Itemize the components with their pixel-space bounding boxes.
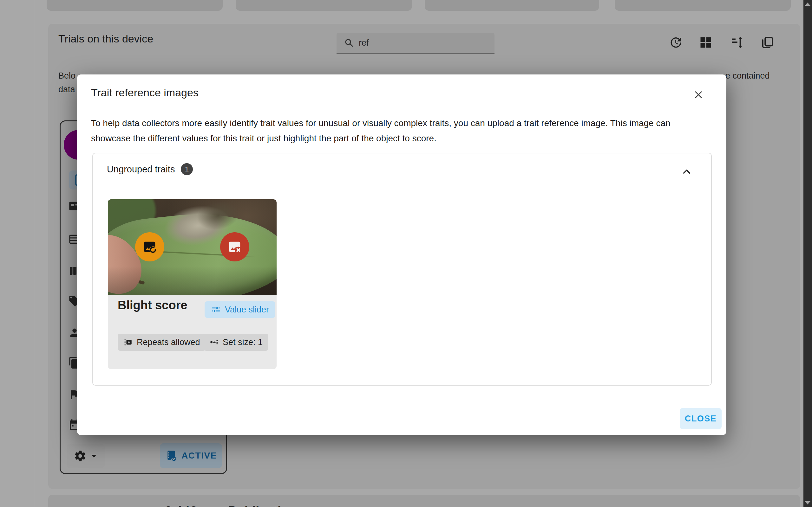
image-remove-icon [227,239,242,254]
value-slider-icon [211,304,221,315]
trait-reference-photo [108,199,276,295]
group-title: Ungrouped traits [107,164,175,175]
scroll-up-icon[interactable] [805,3,810,6]
scroll-down-icon[interactable] [805,501,810,504]
trait-card: Blight score Value slider Repeats allowe… [108,199,276,369]
close-icon[interactable] [691,87,706,102]
set-size-chip: Set size: 1 [204,334,268,351]
repeat-plus-icon [123,337,133,347]
repeats-allowed-chip: Repeats allowed [118,334,206,351]
trait-type-label: Value slider [225,305,269,315]
set-size-label: Set size: 1 [223,337,263,347]
image-refresh-icon [142,239,157,254]
trait-name: Blight score [118,298,188,312]
chevron-up-icon[interactable] [680,165,693,178]
replace-image-button[interactable] [135,232,164,262]
set-size-icon [209,337,219,347]
close-button[interactable]: CLOSE [680,408,722,429]
trait-reference-images-modal: Trait reference images To help data coll… [77,74,726,435]
ungrouped-traits-card: Ungrouped traits 1 [92,153,712,386]
repeats-allowed-label: Repeats allowed [137,337,200,347]
group-count-badge: 1 [181,163,193,175]
modal-description: To help data collectors more easily iden… [91,116,687,146]
remove-image-button[interactable] [220,232,249,262]
trait-type-chip: Value slider [205,301,275,318]
modal-title: Trait reference images [91,87,199,99]
scrollbar[interactable] [803,0,812,507]
